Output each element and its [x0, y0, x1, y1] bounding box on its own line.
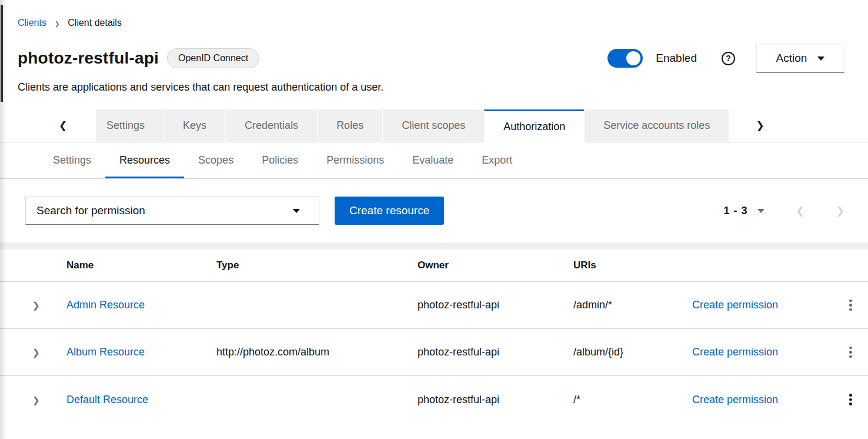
- tabs-right-area: ❯: [729, 109, 868, 142]
- section-divider: [0, 242, 868, 250]
- search-permission-select[interactable]: Search for permission: [25, 197, 319, 225]
- tabs-scroll-area: Settings Keys Credentials Roles Client s…: [96, 109, 729, 142]
- resource-owner: photoz-restful-api: [418, 299, 573, 311]
- resource-uri: /album/{id}: [573, 346, 692, 358]
- table-header-row: Name Type Owner URIs: [0, 250, 868, 282]
- subtab-permissions[interactable]: Permissions: [312, 142, 398, 178]
- column-header-uris: URIs: [573, 260, 692, 271]
- pagination: 1 - 3 ❮ ❯: [723, 205, 844, 217]
- search-permission-value: Search for permission: [36, 204, 145, 217]
- page-header: photoz-restful-api OpenID Connect Enable…: [0, 28, 868, 94]
- table-row: ❯ Admin Resource photoz-restful-api /adm…: [0, 282, 868, 329]
- create-permission-link[interactable]: Create permission: [692, 394, 778, 405]
- resource-name-link[interactable]: Admin Resource: [66, 299, 145, 311]
- page-title: photoz-restful-api: [18, 49, 159, 68]
- pagination-options-caret-icon[interactable]: [757, 209, 764, 213]
- pagination-next-button[interactable]: ❯: [836, 205, 844, 217]
- column-header-owner: Owner: [418, 260, 573, 271]
- kebab-menu-icon[interactable]: [847, 296, 854, 314]
- resource-uri: /*: [573, 394, 692, 406]
- page-description: Clients are applications and services th…: [18, 81, 844, 94]
- breadcrumb-link-clients[interactable]: Clients: [18, 18, 46, 28]
- create-permission-link[interactable]: Create permission: [692, 299, 778, 311]
- row-expand-icon[interactable]: ❯: [32, 347, 40, 357]
- tab-keys[interactable]: Keys: [163, 109, 225, 142]
- pagination-prev-button[interactable]: ❮: [796, 205, 804, 217]
- column-header-name: Name: [66, 260, 216, 271]
- subtab-policies[interactable]: Policies: [248, 142, 312, 178]
- kebab-menu-icon[interactable]: [847, 390, 854, 408]
- caret-down-icon: [817, 56, 824, 61]
- subtab-resources[interactable]: Resources: [105, 142, 184, 178]
- subtab-scopes[interactable]: Scopes: [184, 142, 248, 178]
- resource-owner: photoz-restful-api: [418, 346, 573, 358]
- resources-table: Name Type Owner URIs ❯ Admin Resource ph…: [0, 250, 868, 423]
- chevron-left-icon: ❮: [59, 119, 67, 132]
- tab-service-accounts-roles[interactable]: Service accounts roles: [584, 109, 729, 142]
- resource-uri: /admin/*: [573, 299, 692, 311]
- table-row: ❯ Album Resource http://photoz.com/album…: [0, 329, 868, 376]
- toggle-knob: [626, 51, 640, 65]
- resource-owner: photoz-restful-api: [418, 394, 573, 406]
- client-tabs: ❮ Settings Keys Credentials Roles Client…: [0, 109, 868, 142]
- tabs-scroll-right-button[interactable]: ❯: [756, 119, 764, 132]
- tab-settings[interactable]: Settings: [96, 109, 163, 142]
- subtab-export[interactable]: Export: [468, 142, 526, 178]
- create-permission-link[interactable]: Create permission: [692, 346, 778, 358]
- column-header-type: Type: [216, 260, 418, 271]
- tabs-scroll-left-button[interactable]: ❮: [0, 109, 96, 142]
- pagination-range: 1 - 3: [723, 205, 747, 217]
- resource-type: http://photoz.com/album: [216, 346, 418, 358]
- tab-authorization[interactable]: Authorization: [484, 109, 584, 142]
- left-edge-nav-sliver: [1, 5, 3, 102]
- action-dropdown[interactable]: Action: [756, 44, 844, 73]
- table-row: ❯ Default Resource photoz-restful-api /*…: [0, 376, 868, 423]
- kebab-menu-icon[interactable]: [847, 343, 854, 361]
- breadcrumb: Clients ❯ Client details: [0, 0, 868, 28]
- row-expand-icon[interactable]: ❯: [32, 300, 40, 310]
- protocol-badge: OpenID Connect: [167, 48, 259, 68]
- resources-toolbar: Search for permission Create resource 1 …: [0, 179, 868, 242]
- breadcrumb-separator-icon: ❯: [55, 21, 59, 27]
- resource-name-link[interactable]: Album Resource: [66, 346, 145, 358]
- row-expand-icon[interactable]: ❯: [32, 395, 40, 405]
- breadcrumb-current: Client details: [68, 18, 122, 28]
- tab-credentials[interactable]: Credentials: [225, 109, 317, 142]
- subtab-evaluate[interactable]: Evaluate: [398, 142, 468, 178]
- authorization-subtabs: Settings Resources Scopes Policies Permi…: [0, 142, 868, 179]
- tab-client-scopes[interactable]: Client scopes: [382, 109, 484, 142]
- help-icon[interactable]: ?: [722, 52, 735, 65]
- subtab-settings[interactable]: Settings: [39, 142, 105, 178]
- resource-name-link[interactable]: Default Resource: [66, 394, 148, 405]
- enabled-toggle[interactable]: [607, 49, 643, 68]
- caret-down-icon: [293, 209, 300, 213]
- header-controls: Enabled ? Action: [607, 44, 844, 73]
- enabled-label: Enabled: [656, 52, 697, 65]
- tab-roles[interactable]: Roles: [317, 109, 382, 142]
- create-resource-button[interactable]: Create resource: [335, 197, 444, 225]
- action-dropdown-label: Action: [776, 52, 807, 65]
